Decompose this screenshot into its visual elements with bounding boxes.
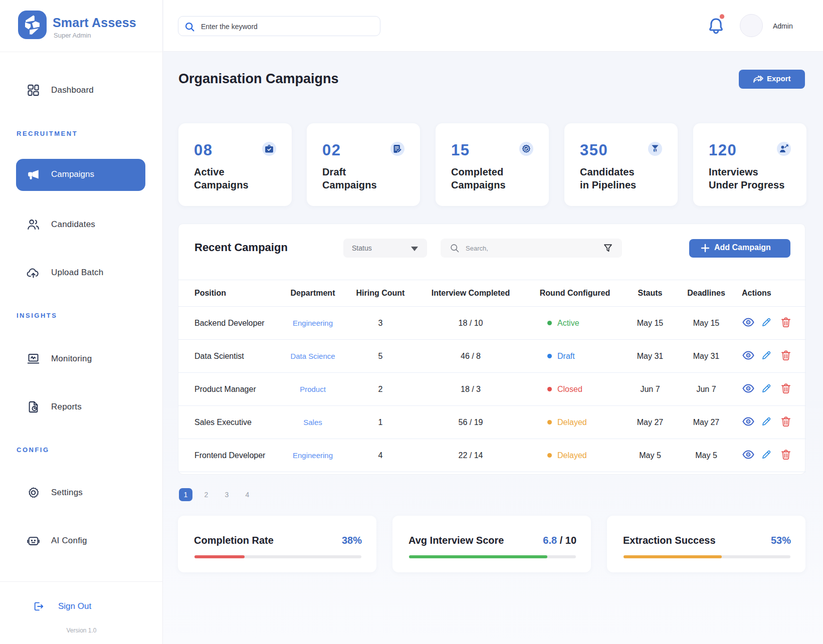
svg-text:$: $ xyxy=(654,149,656,152)
